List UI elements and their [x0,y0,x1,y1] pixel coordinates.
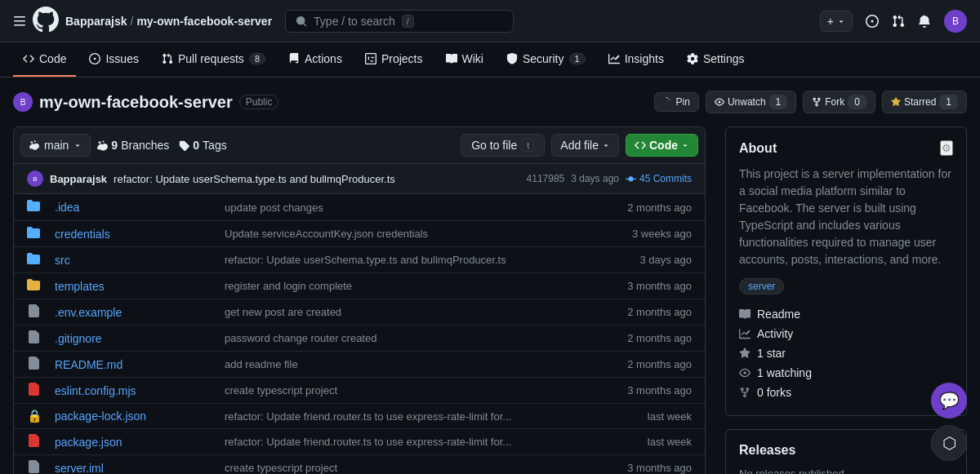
plus-menu-button[interactable]: + [820,11,853,32]
tab-security[interactable]: Security 1 [497,42,595,77]
tab-actions[interactable]: Actions [278,42,352,77]
add-file-button[interactable]: Add file [551,134,619,157]
file-browser-toolbar: main 9 Branches 0 Tags [14,127,705,164]
commit-avatar: B [27,171,43,187]
notification-icon-button[interactable] [918,15,931,28]
file-name[interactable]: src [55,254,218,267]
goto-file-button[interactable]: Go to file t [461,134,545,157]
float-btn-dark[interactable]: ⬡ [931,425,967,461]
table-row: src refactor: Update userSchema.type.ts … [14,247,705,273]
file-name[interactable]: eslint.config.mjs [55,384,218,397]
fork-button[interactable]: Fork 0 [803,91,875,113]
user-avatar[interactable]: B [944,10,967,33]
star-count: 1 [939,95,958,109]
pullrequest-icon-button[interactable] [892,15,905,28]
breadcrumb: Bapparajsk / my-own-facebook-server [65,15,272,28]
file-time: 2 months ago [627,306,692,318]
breadcrumb-owner[interactable]: Bapparajsk [65,15,127,28]
file-time: last week [648,410,692,423]
fork-count: 0 [848,95,866,109]
repo-nav: Code Issues Pull requests 8 Actions Proj… [0,42,980,78]
table-row: templates register and login complete 3 … [14,273,705,299]
folder-icon [27,252,48,268]
tab-issues[interactable]: Issues [79,42,148,77]
pr-badge: 8 [249,53,265,64]
tab-projects[interactable]: Projects [355,42,433,77]
visibility-badge: Public [239,95,279,109]
file-commit-msg: Update serviceAccountKey.json credential… [225,228,626,240]
file-name[interactable]: package-lock.json [55,410,218,423]
tab-insights[interactable]: Insights [599,42,674,77]
code-button[interactable]: Code [626,134,698,157]
file-commit-msg: create typescript project [225,462,621,474]
file-time: 2 months ago [627,358,692,370]
file-icon [27,383,48,398]
pin-button[interactable]: Pin [654,92,699,112]
issue-icon-button[interactable] [866,15,879,28]
file-name[interactable]: .env.example [55,306,218,319]
folder-icon [27,226,48,241]
file-name[interactable]: server.iml [55,462,218,475]
repo-name: my-own-facebook-server [39,93,233,112]
file-icon [27,357,48,372]
breadcrumb-repo[interactable]: my-own-facebook-server [136,15,272,28]
file-commit-msg: register and login complete [225,280,621,292]
file-time: 3 months ago [627,280,692,292]
table-row: .env.example get new post are created 2 … [14,299,705,326]
branch-selector[interactable]: main [20,134,91,157]
table-row: .gitignore password change router create… [14,326,705,352]
file-name[interactable]: .idea [55,201,218,214]
table-row: server.iml create typescript project 3 m… [14,455,705,474]
tags-link[interactable]: 0 Tags [179,139,226,152]
unwatch-button[interactable]: Unwatch 1 [706,91,796,113]
sidebar-links: Readme Activity 1 star 1 watching [739,304,953,402]
file-name[interactable]: credentials [55,228,218,241]
folder-icon [27,278,48,294]
stars-link[interactable]: 1 star [739,343,953,363]
file-icon [27,330,48,346]
file-commit-msg: refactor: Update userSchema.type.ts and … [225,254,633,266]
branches-tags: 9 Branches 0 Tags [97,139,226,152]
float-btn-purple[interactable]: 💬 [931,383,967,419]
repo-header: B my-own-facebook-server Public Pin Unwa… [13,91,967,113]
branches-link[interactable]: 9 Branches [97,139,169,152]
commit-author[interactable]: Bapparajsk [50,173,107,185]
file-name[interactable]: package.json [55,436,218,449]
commits-link[interactable]: 45 Commits [626,173,692,184]
search-bar[interactable]: Type / to search / [285,10,514,33]
repo-owner-avatar: B [13,92,33,112]
table-row: eslint.config.mjs create typescript proj… [14,378,705,404]
tab-pull-requests[interactable]: Pull requests 8 [152,42,275,77]
server-tag[interactable]: server [739,278,784,295]
file-icon [27,460,48,474]
table-row: 🔒 package-lock.json refactor: Update fri… [14,404,705,429]
tab-wiki[interactable]: Wiki [436,42,493,77]
tab-settings[interactable]: Settings [677,42,755,77]
hamburger-menu[interactable] [13,15,26,28]
about-gear-button[interactable]: ⚙ [940,140,953,156]
file-icon [27,304,48,320]
about-description: This project is a server implementation … [739,166,953,268]
file-name[interactable]: README.md [55,358,218,371]
file-commit-msg: refactor: Update friend.router.ts to use… [225,436,641,448]
activity-link[interactable]: Activity [739,324,953,343]
about-section: About ⚙ This project is a server impleme… [725,126,967,416]
file-name[interactable]: templates [55,280,218,293]
star-button[interactable]: Starred 1 [882,91,967,113]
float-buttons: 💬 ⬡ [931,383,967,461]
folder-icon [27,199,48,215]
forks-link[interactable]: 0 forks [739,383,953,402]
watch-count: 1 [769,95,788,109]
search-shortcut: / [402,15,414,28]
tab-code[interactable]: Code [13,42,76,77]
file-commit-msg: password change router created [225,332,621,344]
file-commit-msg: add readme file [225,358,621,370]
file-commit-msg: update post changes [225,202,621,214]
file-commit-msg: get new post are created [225,306,621,318]
file-name[interactable]: .gitignore [55,332,218,345]
watching-link[interactable]: 1 watching [739,363,953,383]
file-time: 3 months ago [627,462,692,474]
top-nav-right: + B [820,10,967,33]
commit-message: refactor: Update userSchema.type.ts and … [114,173,395,185]
readme-link[interactable]: Readme [739,304,953,324]
